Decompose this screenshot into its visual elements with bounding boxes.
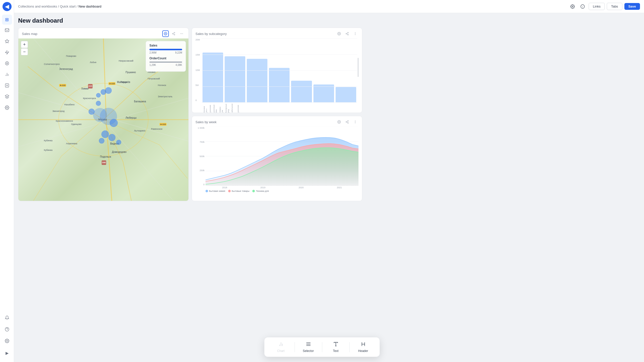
city-petrovsky: Петровский (148, 77, 160, 80)
legend-order-min: 1,29K (149, 64, 156, 66)
svg-point-36 (183, 33, 183, 34)
scroll-indicator[interactable] (358, 58, 358, 77)
city-kubinka: Кубинка (44, 139, 52, 142)
app-logo[interactable]: ◀ (3, 2, 12, 11)
svg-point-39 (348, 120, 349, 121)
svg-point-28 (165, 33, 166, 34)
svg-point-29 (174, 32, 175, 33)
legend-item-green: Техника для (252, 190, 269, 192)
svg-point-2 (6, 63, 8, 64)
city-odintsovo: Одинцово (71, 123, 82, 125)
map-container[interactable]: + − Зеленоград Химки Мытищи Пушкино Коро… (18, 38, 188, 201)
bubble-9 (108, 134, 115, 141)
svg-point-21 (346, 33, 347, 34)
map-legend: Sales 2,96M 9,22M OrderCount 1,29K 4,08K (146, 41, 186, 72)
widget-week-more[interactable] (352, 119, 358, 125)
svg-point-34 (180, 33, 181, 34)
connections-icon (5, 61, 9, 67)
legend-order-bar (149, 62, 182, 63)
layers-icon (5, 94, 9, 100)
bar-0 (203, 53, 223, 102)
grid-icon: ⊞ (5, 17, 9, 22)
legend-order-title: OrderCount (149, 57, 182, 60)
area-chart-svg (206, 127, 358, 186)
sidebar-item-charts[interactable] (2, 70, 12, 80)
dashboard-grid: Sales by subcategory 20M (18, 28, 362, 201)
plus-square-icon (5, 83, 9, 89)
svg-line-33 (173, 33, 174, 33)
legend-sales-min: 2,96M (149, 51, 156, 54)
legend-label-blue: Бытовая химия (209, 190, 225, 192)
widget-week-actions (336, 119, 358, 125)
page-title: New dashboard (18, 17, 362, 24)
city-lobnya: Лобня (90, 61, 96, 64)
svg-rect-0 (5, 29, 9, 32)
bubble-11 (116, 140, 121, 145)
widget-week-title: Sales by week (195, 120, 217, 124)
bar-1 (225, 56, 245, 102)
city-mytishchi: Мытищи (117, 81, 127, 83)
sidebar-item-favorites[interactable] (2, 37, 12, 47)
breadcrumb-middle[interactable]: Quick start (60, 5, 75, 8)
bubble-2 (105, 87, 112, 94)
breadcrumb-sep2: / (76, 5, 77, 8)
svg-line-23 (347, 34, 348, 34)
svg-point-40 (346, 121, 347, 122)
bar-2 (247, 59, 267, 102)
sidebar-item-plus[interactable] (2, 81, 12, 91)
city-podolsk: Подольск (100, 155, 111, 158)
sidebar-item-layers[interactable] (2, 92, 12, 102)
legend-sales-max: 9,22M (175, 51, 182, 54)
widget-week-settings[interactable] (336, 119, 342, 125)
legend-label-green: Техника для (256, 190, 269, 192)
svg-point-44 (355, 121, 355, 121)
svg-marker-10 (5, 95, 9, 97)
bar-5 (313, 84, 334, 102)
star-icon (5, 39, 9, 45)
widget-subcategory-body: 20M 15M 10M 5M 0 (192, 38, 362, 113)
legend-order-max: 4,08K (176, 64, 182, 66)
bar-3 (269, 68, 290, 102)
city-povaro: Поварово (66, 55, 76, 57)
inbox-icon (5, 28, 9, 34)
logo-icon: ◀ (5, 4, 9, 10)
city-zelenograd: Зеленоград (59, 68, 73, 70)
legend-item-red: Бытовые товары (228, 190, 249, 192)
svg-point-20 (348, 32, 349, 33)
sidebar-item-alerts[interactable] (2, 48, 12, 58)
svg-point-31 (174, 34, 175, 35)
city-krasnoznamensk: Краснознаменск (56, 120, 73, 122)
svg-point-38 (339, 121, 340, 122)
widget-map-settings[interactable] (162, 30, 169, 37)
svg-point-27 (355, 35, 355, 35)
city-noginsk: Ногинск (158, 84, 166, 86)
svg-point-11 (6, 107, 8, 108)
widget-week-share[interactable] (344, 119, 350, 125)
svg-point-41 (348, 122, 349, 123)
widget-subcategory-share[interactable] (344, 30, 350, 37)
map-zoom-controls: + − (21, 41, 28, 55)
widget-subcategory-settings[interactable] (336, 30, 342, 37)
city-krasnogorsk: Красногорск (83, 97, 96, 100)
city-zvenigorod: Звенигород (52, 110, 64, 112)
widget-map-more[interactable] (178, 30, 185, 37)
legend-sales-range: 2,96M 9,22M (149, 51, 182, 54)
widget-map-share[interactable] (170, 30, 177, 37)
sidebar-item-settings-mid[interactable] (2, 103, 12, 113)
sidebar-item-connections[interactable] (2, 59, 12, 69)
sidebar-item-inbox[interactable] (2, 26, 12, 36)
topbar: Collections and workbooks / Quick start … (14, 0, 366, 13)
city-kubinka-2: Кубинка (44, 149, 52, 151)
zoom-in-button[interactable]: + (21, 41, 28, 48)
legend-item-blue: Бытовая химия (206, 190, 225, 192)
breadcrumb-current: New dashboard (78, 5, 101, 8)
svg-point-25 (355, 32, 355, 33)
main-content: New dashboard Sales by subcategory (14, 13, 366, 205)
airport-dme: DME (102, 160, 106, 165)
sidebar-item-grid[interactable]: ⊞ (2, 15, 12, 25)
svg-point-35 (181, 33, 182, 34)
zoom-out-button[interactable]: − (21, 48, 28, 55)
widget-subcategory-more[interactable] (352, 30, 358, 37)
breadcrumb-root[interactable]: Collections and workbooks (18, 5, 57, 8)
svg-point-3 (5, 62, 9, 65)
